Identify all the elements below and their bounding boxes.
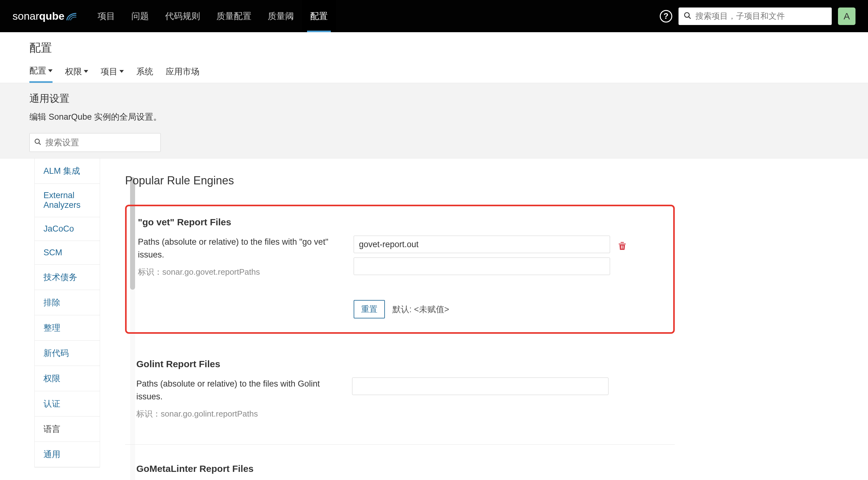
search-icon — [684, 11, 692, 21]
gometalinter-setting: GoMetaLinter Report Files Paths (absolut… — [125, 463, 675, 480]
body-area: ALM 集成 External Analyzers JaCoCo SCM 技术债… — [0, 158, 868, 480]
sidebar-item-scm[interactable]: SCM — [35, 241, 100, 265]
sidebar-item-tech-debt[interactable]: 技术债务 — [35, 265, 100, 290]
settings-sidebar: ALM 集成 External Analyzers JaCoCo SCM 技术债… — [0, 158, 100, 480]
sidebar-item-auth[interactable]: 认证 — [35, 391, 100, 417]
govet-path-input-0[interactable] — [354, 236, 610, 253]
sidebar-item-alm[interactable]: ALM 集成 — [35, 158, 100, 184]
subnav-system[interactable]: 系统 — [136, 65, 153, 83]
default-value-text: 默认: <未赋值> — [393, 304, 449, 315]
chevron-down-icon — [48, 69, 53, 72]
context-heading: 通用设置 — [29, 92, 839, 106]
sidebar-item-exclusions[interactable]: 排除 — [35, 290, 100, 315]
svg-point-2 — [35, 139, 39, 143]
sidebar-item-general[interactable]: 通用 — [35, 442, 100, 467]
settings-search[interactable] — [29, 133, 161, 152]
context-description: 编辑 SonarQube 实例的全局设置。 — [29, 111, 839, 123]
chevron-down-icon — [119, 70, 124, 73]
sidebar-item-jacoco[interactable]: JaCoCo — [35, 217, 100, 241]
global-search[interactable] — [679, 7, 832, 25]
topnav-item-projects[interactable]: 项目 — [89, 0, 123, 32]
brand-arc-icon — [66, 10, 77, 22]
top-navbar: sonarqube 项目 问题 代码规则 质量配置 质量阈 配置 ? A — [0, 0, 868, 32]
topnav-right: ? A — [660, 7, 856, 25]
topnav-item-quality-profiles[interactable]: 质量配置 — [208, 0, 259, 32]
golint-path-input[interactable] — [352, 378, 609, 395]
svg-line-1 — [688, 17, 691, 19]
govet-description: Paths (absolute or relative) to the file… — [138, 236, 341, 261]
topnav-items: 项目 问题 代码规则 质量配置 质量阈 配置 — [89, 0, 336, 32]
subnav-security[interactable]: 权限 — [65, 65, 88, 83]
sidebar-item-external-analyzers[interactable]: External Analyzers — [35, 184, 100, 217]
brand-part1: sonar — [12, 10, 39, 22]
chevron-down-icon — [84, 70, 88, 73]
subnav-config[interactable]: 配置 — [29, 65, 53, 83]
search-icon — [34, 138, 41, 147]
divider — [125, 444, 675, 445]
context-bar: 通用设置 编辑 SonarQube 实例的全局设置。 — [0, 83, 868, 158]
govet-key: 标识：sonar.go.govet.reportPaths — [138, 266, 341, 278]
svg-rect-5 — [623, 246, 623, 249]
topnav-item-issues[interactable]: 问题 — [123, 0, 157, 32]
subnav: 配置 权限 项目 系统 应用市场 — [29, 65, 839, 83]
svg-point-0 — [684, 12, 689, 17]
global-search-input[interactable] — [695, 11, 827, 21]
sidebar-item-new-code[interactable]: 新代码 — [35, 341, 100, 366]
subnav-projects[interactable]: 项目 — [101, 65, 124, 83]
sidebar-item-housekeeping[interactable]: 整理 — [35, 315, 100, 341]
svg-line-3 — [39, 143, 41, 145]
reset-button[interactable]: 重置 — [354, 300, 385, 318]
user-avatar[interactable]: A — [838, 7, 856, 25]
topnav-item-quality-gates[interactable]: 质量阈 — [259, 0, 302, 32]
subnav-marketplace[interactable]: 应用市场 — [166, 65, 199, 83]
settings-search-input[interactable] — [45, 138, 156, 148]
settings-main: Popular Rule Engines "go vet" Report Fil… — [100, 158, 868, 480]
sidebar-item-languages[interactable]: 语言 — [35, 417, 100, 442]
golint-setting: Golint Report Files Paths (absolute or r… — [125, 359, 675, 419]
topnav-item-rules[interactable]: 代码规则 — [157, 0, 208, 32]
govet-path-input-1[interactable] — [354, 257, 610, 275]
subheader: 配置 配置 权限 项目 系统 应用市场 — [0, 32, 868, 83]
trash-icon[interactable] — [618, 241, 627, 252]
brand-part2: qube — [39, 10, 64, 22]
golint-key: 标识：sonar.go.golint.reportPaths — [136, 409, 340, 419]
section-title: Popular Rule Engines — [125, 174, 849, 187]
gometalinter-title: GoMetaLinter Report Files — [136, 463, 663, 474]
topnav-item-administration[interactable]: 配置 — [302, 0, 336, 32]
help-icon[interactable]: ? — [660, 10, 672, 23]
svg-rect-4 — [621, 246, 622, 249]
page-title: 配置 — [29, 40, 839, 56]
sidebar-item-permissions[interactable]: 权限 — [35, 366, 100, 391]
govet-setting-highlight: "go vet" Report Files Paths (absolute or… — [125, 205, 675, 334]
golint-title: Golint Report Files — [136, 359, 663, 370]
brand-logo[interactable]: sonarqube — [12, 10, 77, 22]
govet-title: "go vet" Report Files — [138, 217, 662, 227]
golint-description: Paths (absolute or relative) to the file… — [136, 378, 340, 403]
